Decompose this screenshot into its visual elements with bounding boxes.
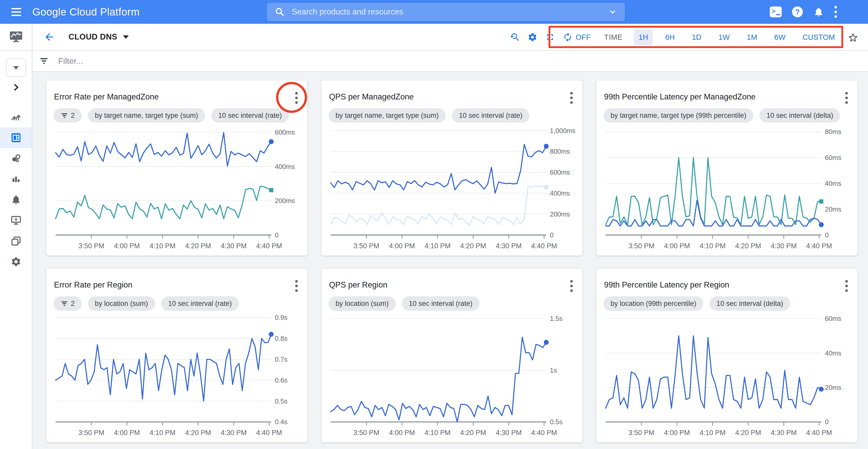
workspace-dropdown[interactable] <box>6 58 26 77</box>
svg-text:3:50 PM: 3:50 PM <box>353 242 379 250</box>
monitoring-logo-icon[interactable] <box>9 31 23 43</box>
svg-text:0.5s: 0.5s <box>275 397 287 405</box>
groupby-chip[interactable]: by target name, target type (sum) <box>88 108 205 123</box>
svg-text:4:30 PM: 4:30 PM <box>221 428 247 437</box>
help-icon[interactable]: ? <box>792 6 803 17</box>
range-1d-button[interactable]: 1D <box>687 29 706 45</box>
interval-chip[interactable]: 10 sec interval (rate) <box>452 108 529 123</box>
chart-card-qps-region: QPS per Region by location (sum) 10 sec … <box>321 268 583 443</box>
svg-text:4:40 PM: 4:40 PM <box>806 242 832 250</box>
filter-bar[interactable]: Filter... <box>33 51 868 72</box>
svg-text:60ms: 60ms <box>825 154 841 161</box>
nav-settings-gear-icon[interactable] <box>0 251 32 272</box>
chart-menu-icon[interactable] <box>567 90 576 107</box>
svg-text:3:50 PM: 3:50 PM <box>628 428 654 437</box>
svg-text:3:50 PM: 3:50 PM <box>628 242 654 250</box>
settings-gear-icon[interactable] <box>528 32 537 42</box>
interval-chip[interactable]: 10 sec interval (rate) <box>402 296 479 311</box>
nav-uptime-monitor-icon[interactable] <box>0 210 32 231</box>
svg-text:0: 0 <box>825 418 829 426</box>
svg-text:200ms: 200ms <box>275 197 295 204</box>
svg-text:0.5s: 0.5s <box>550 418 562 426</box>
svg-text:400ms: 400ms <box>550 189 570 197</box>
interval-chip[interactable]: 10 sec interval (rate) <box>161 296 239 311</box>
filter-placeholder: Filter... <box>58 56 83 66</box>
svg-text:0: 0 <box>825 231 829 239</box>
chart-plot-area[interactable]: 0.9s0.8s0.7s0.6s0.5s0.4s3:50 PM4:00 PM4:… <box>54 310 300 440</box>
filter-count-chip[interactable]: 2 <box>54 108 82 123</box>
auto-refresh-icon[interactable] <box>563 32 572 42</box>
filter-icon <box>61 111 68 119</box>
nav-bar-chart-icon[interactable] <box>0 169 32 189</box>
svg-text:4:30 PM: 4:30 PM <box>771 242 797 250</box>
chart-title: Error Rate per ManagedZone <box>54 92 159 101</box>
chart-menu-icon[interactable] <box>292 90 301 107</box>
dashboard-dropdown-caret-icon[interactable] <box>123 35 129 39</box>
cloud-shell-icon[interactable]: > <box>770 6 782 17</box>
range-1w-button[interactable]: 1W <box>714 29 735 45</box>
nav-line-chart-icon[interactable] <box>0 107 32 127</box>
chart-plot-area[interactable]: 60ms40ms20ms03:50 PM4:00 PM4:10 PM4:20 P… <box>603 310 850 440</box>
svg-text:4:10 PM: 4:10 PM <box>425 242 451 250</box>
chevron-down-icon[interactable] <box>608 7 617 16</box>
svg-text:0.9s: 0.9s <box>275 314 287 321</box>
svg-text:4:10 PM: 4:10 PM <box>700 242 725 250</box>
svg-text:600ms: 600ms <box>275 128 295 136</box>
chart-plot-area[interactable]: 80ms60ms40ms20ms03:50 PM4:00 PM4:10 PM4:… <box>603 122 850 253</box>
expand-rail-chevron-icon[interactable] <box>0 77 32 98</box>
filter-count-chip[interactable]: 2 <box>54 296 82 311</box>
svg-text:0: 0 <box>550 231 553 239</box>
notifications-bell-icon[interactable] <box>813 6 824 17</box>
svg-text:4:20 PM: 4:20 PM <box>185 428 211 437</box>
svg-text:1.5s: 1.5s <box>550 315 562 322</box>
svg-text:40ms: 40ms <box>825 180 841 187</box>
groupby-chip[interactable]: by target name, target type (99th percen… <box>603 108 753 123</box>
fullscreen-icon[interactable] <box>545 32 555 42</box>
interval-chip[interactable]: 10 sec interval (delta) <box>710 296 790 311</box>
range-custom-button[interactable]: CUSTOM <box>798 29 840 45</box>
back-arrow-icon[interactable] <box>44 31 55 43</box>
chart-card-latency-region: 99th Percentile Latency per Region by lo… <box>596 268 858 443</box>
svg-text:4:20 PM: 4:20 PM <box>735 242 761 250</box>
range-6h-button[interactable]: 6H <box>660 29 679 45</box>
refresh-off-label[interactable]: OFF <box>576 33 591 41</box>
chart-menu-icon[interactable] <box>842 90 851 107</box>
interval-chip[interactable]: 10 sec interval (rate) <box>211 108 289 123</box>
chart-menu-icon[interactable] <box>567 278 576 295</box>
chart-menu-icon[interactable] <box>842 278 851 295</box>
interval-chip[interactable]: 10 sec interval (delta) <box>760 108 840 123</box>
svg-text:20ms: 20ms <box>825 205 841 213</box>
groupby-chip[interactable]: by location (sum) <box>329 296 396 311</box>
groupby-chip[interactable]: by target name, target type (sum) <box>329 108 446 123</box>
search-input[interactable]: Search products and resources <box>267 3 625 21</box>
svg-text:4:10 PM: 4:10 PM <box>700 428 725 437</box>
svg-text:1,000ms: 1,000ms <box>550 127 575 134</box>
svg-text:0.8s: 0.8s <box>275 334 287 342</box>
svg-text:0: 0 <box>275 231 278 239</box>
nav-alerting-bell-icon[interactable] <box>0 189 32 210</box>
range-1m-button[interactable]: 1M <box>742 29 762 45</box>
chart-title: 99th Percentile Latency per Region <box>604 280 729 290</box>
chart-card-error-rate-managedzone: Error Rate per ManagedZone 2 by target n… <box>46 80 308 256</box>
svg-text:0.4s: 0.4s <box>275 418 287 426</box>
nav-stacked-windows-icon[interactable] <box>0 231 32 251</box>
nav-dashboards-icon[interactable] <box>0 127 32 148</box>
menu-icon[interactable] <box>0 8 32 16</box>
range-1h-button[interactable]: 1H <box>634 29 653 45</box>
chevron-down-icon <box>13 66 19 69</box>
svg-text:0.6s: 0.6s <box>275 376 287 384</box>
chart-plot-area[interactable]: 1,000ms800ms600ms400ms200ms03:50 PM4:00 … <box>329 122 575 253</box>
svg-text:4:00 PM: 4:00 PM <box>114 428 140 437</box>
svg-text:4:20 PM: 4:20 PM <box>735 428 761 437</box>
chart-plot-area[interactable]: 1.5s1s0.5s3:50 PM4:00 PM4:10 PM4:20 PM4:… <box>329 310 575 440</box>
chart-plot-area[interactable]: 600ms400ms200ms03:50 PM4:00 PM4:10 PM4:2… <box>54 122 300 253</box>
groupby-chip[interactable]: by location (sum) <box>88 296 155 311</box>
chart-menu-icon[interactable] <box>292 278 301 295</box>
favorite-star-icon[interactable] <box>847 24 859 51</box>
more-options-icon[interactable] <box>834 6 837 18</box>
groupby-chip[interactable]: by location (99th percentile) <box>603 296 703 311</box>
reset-zoom-icon[interactable] <box>509 32 520 42</box>
nav-groups-icon[interactable] <box>0 148 32 169</box>
svg-text:0.7s: 0.7s <box>275 355 287 363</box>
range-6w-button[interactable]: 6W <box>770 29 790 45</box>
